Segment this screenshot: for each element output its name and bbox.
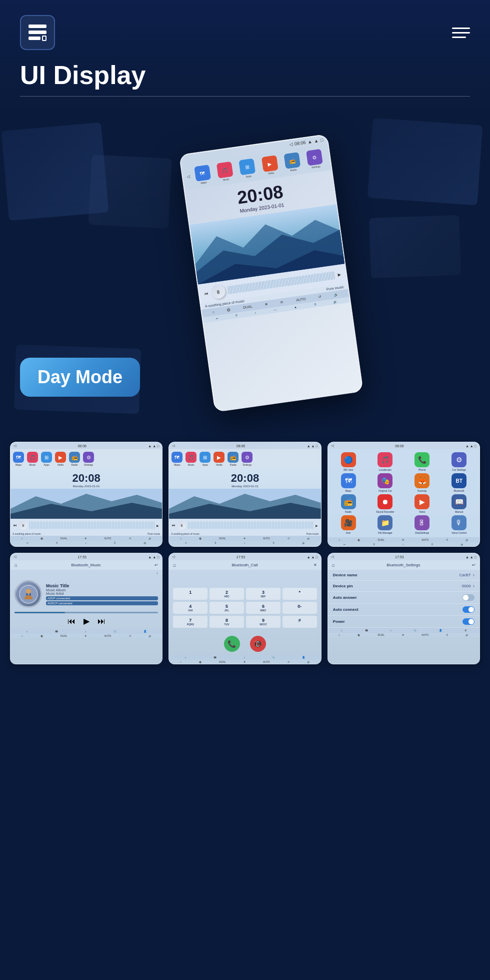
key-7[interactable]: 7PQRS xyxy=(173,616,208,628)
key-star[interactable]: * xyxy=(282,588,317,600)
app-music[interactable]: 🎵 Music xyxy=(216,162,234,182)
sc-app-radio-2[interactable]: 📻 Radio xyxy=(228,452,238,466)
sc-keypad: 1 2ABC 3DEF * 4GHI 5JKL 6MNO 0- 7PQRS 8T… xyxy=(169,585,320,633)
sc-app-maps-1[interactable]: 🗺 Maps xyxy=(13,452,24,466)
app-phone[interactable]: 📞 Phone xyxy=(404,452,440,471)
key-0-dash[interactable]: 0- xyxy=(282,602,317,614)
key-hash[interactable]: # xyxy=(282,616,317,628)
sc-app-settings-2[interactable]: ⚙ Settings xyxy=(242,452,252,466)
bts-auto-answer-row: Auto answer xyxy=(328,592,480,604)
sc-bottom-bar2-bts: ⌂⏻DUAL❄AUTO↺🔊 xyxy=(328,633,480,637)
key-2[interactable]: 2ABC xyxy=(210,588,244,600)
bt-play-btn[interactable]: ▶ xyxy=(84,616,90,626)
app-video-grid[interactable]: ▶ Video xyxy=(404,494,440,513)
key-9[interactable]: 9WXYZ xyxy=(246,616,280,628)
sc-app-music-2[interactable]: 🎵 Music xyxy=(186,452,196,466)
pause-button[interactable]: ⏸ xyxy=(210,284,226,300)
screen-card-bt-settings: ◁ 17:53 ▲ ▲ □ ⌂ Bluetooth_Settings ↩ Dev… xyxy=(328,553,480,664)
app-maps[interactable]: 🗺 Maps xyxy=(194,165,212,185)
album-art xyxy=(14,580,42,608)
key-1[interactable]: 1 xyxy=(173,588,208,600)
app-bluetooth-grid[interactable]: BT Bluetooth xyxy=(442,473,476,492)
app-kuwoop[interactable]: 🦊 Kuwoop xyxy=(404,473,440,492)
sc-bottom-bar2-btm: ⌂⏻DUAL❄AUTO↺🔊 xyxy=(10,634,162,638)
home-icon-call[interactable]: ⌂ xyxy=(173,562,176,568)
app-file-manager[interactable]: 📁 File Manager xyxy=(368,515,402,534)
sc-bottom-bt-settings: ⌂☎♪📎👤⚙ xyxy=(328,628,480,633)
sc-clock-2: 20:08 Monday 2023-01-01 xyxy=(169,469,320,489)
bt-prev-btn[interactable]: ⏮ xyxy=(68,617,76,626)
app-maps-grid[interactable]: 🗺 Maps xyxy=(331,473,366,492)
sc-status-bt-settings: ◁ 17:53 ▲ ▲ □ xyxy=(328,553,480,560)
app-vedio[interactable]: ▶ Vedio xyxy=(262,155,279,176)
svg-rect-1 xyxy=(28,31,46,34)
keypad-row-1: 1 2ABC 3DEF * xyxy=(173,588,316,600)
key-8[interactable]: 8TUV xyxy=(210,616,244,628)
screen-card-2: ◁ 08:06 ▲ ▲ □ 🗺 Maps 🎵 Music ⊞ A xyxy=(168,442,321,547)
app-manual[interactable]: 📖 Manual xyxy=(442,494,476,513)
app-apps[interactable]: ⊞ Apps xyxy=(239,158,256,179)
accept-call-button[interactable]: 📞 xyxy=(224,636,240,652)
decline-call-button[interactable]: 📵 xyxy=(250,636,266,652)
grid-section: ◁ 08:06 ▲ ▲ □ 🗺 Maps 🎵 Music ⊞ A xyxy=(0,432,490,680)
back-icon-bt[interactable]: ↩ xyxy=(154,563,158,567)
bt-music-controls: ⏮ ▶ ⏭ xyxy=(10,613,162,629)
svg-rect-0 xyxy=(28,25,46,28)
svg-rect-2 xyxy=(28,37,40,40)
menu-button[interactable] xyxy=(452,28,470,38)
app-radio[interactable]: 📻 Radio xyxy=(284,152,301,173)
app-sound-recorder[interactable]: ⏺ Sound Recorder xyxy=(368,494,402,513)
sc-music-2: ⏮ ⏸ ▶ xyxy=(169,519,320,532)
bt-music-note-icon: ♪ xyxy=(10,570,162,576)
app-settings[interactable]: ⚙ Settings xyxy=(306,149,324,170)
app-avin[interactable]: 🎥 Avin xyxy=(331,515,366,534)
home-icon-bt[interactable]: ⌂ xyxy=(14,562,18,568)
bts-device-name-row[interactable]: Device name CarBT › xyxy=(328,570,480,581)
chevron-icon-name: › xyxy=(473,572,474,578)
bts-auto-connect-row: Auto connect xyxy=(328,604,480,616)
app-disp-settings[interactable]: 🎚 DispSettings xyxy=(404,515,440,534)
key-6[interactable]: 6MNO xyxy=(246,602,280,614)
screen-card-bt-music: ◁ 17:53 ▲ ▲ □ ⌂ Bluetooth_Music ↩ ♪ xyxy=(10,553,162,664)
app-voice-control[interactable]: 🎙 Voice Control xyxy=(442,515,476,534)
sc-app-vedio-1[interactable]: ▶ Vedio xyxy=(55,452,66,466)
key-4[interactable]: 4GHI xyxy=(173,602,208,614)
grid-row-1: ◁ 08:06 ▲ ▲ □ 🗺 Maps 🎵 Music ⊞ A xyxy=(10,442,480,547)
sc-status-2: ◁ 08:06 ▲ ▲ □ xyxy=(169,442,320,449)
auto-answer-toggle[interactable] xyxy=(462,594,474,601)
back-icon-call[interactable]: ✕ xyxy=(314,563,317,567)
grid-row-2: ◁ 17:53 ▲ ▲ □ ⌂ Bluetooth_Music ↩ ♪ xyxy=(10,553,480,664)
key-5[interactable]: 5JKL xyxy=(210,602,244,614)
sc-bottom-bar2-2: ↩0♪0🔊 xyxy=(169,541,320,545)
sc-app-vedio-2[interactable]: ▶ Vedio xyxy=(214,452,224,466)
sc-app-grid: 🔵 360 view 🎵 Localmusic 📞 Phone ⚙ Car Se… xyxy=(328,449,480,537)
app-original-car[interactable]: 🎭 Original Car xyxy=(368,473,402,492)
home-icon-bts[interactable]: ⌂ xyxy=(332,562,335,568)
sc-pause-2[interactable]: ⏸ xyxy=(177,521,186,530)
sc-status-3: ◁ 08:06 ▲ ▲ □ xyxy=(328,442,480,449)
bt-next-btn[interactable]: ⏭ xyxy=(98,617,106,626)
app-localmusic[interactable]: 🎵 Localmusic xyxy=(368,452,402,471)
auto-connect-toggle[interactable] xyxy=(462,606,474,613)
sc-app-maps-2[interactable]: 🗺 Maps xyxy=(172,452,182,466)
bts-device-pin-row[interactable]: Device pin 0000 › xyxy=(328,581,480,592)
sc-app-radio-1[interactable]: 📻 Radio xyxy=(69,452,80,466)
sc-music-label-1: A soothing piece of music Pure music xyxy=(10,532,162,536)
app-360view[interactable]: 🔵 360 view xyxy=(331,452,366,471)
back-icon-bts[interactable]: ↩ xyxy=(472,563,476,567)
sc-app-music-1[interactable]: 🎵 Music xyxy=(27,452,38,466)
chevron-icon-pin: › xyxy=(473,583,474,589)
sc-app-apps-2[interactable]: ⊞ Apps xyxy=(200,452,210,466)
sc-app-settings-1[interactable]: ⚙ Settings xyxy=(83,452,94,466)
app-radio-grid[interactable]: 📻 Radio xyxy=(331,494,366,513)
screen-card-bt-call: ◁ 17:53 ▲ ▲ □ ⌂ Bluetooth_Call ✕ 1 2ABC … xyxy=(168,553,321,664)
sc-bt-music-header: ⌂ Bluetooth_Music ↩ xyxy=(10,560,162,570)
power-toggle[interactable] xyxy=(462,618,474,625)
call-action-buttons: 📞 📵 xyxy=(169,633,320,655)
sc-status-1: ◁ 08:06 ▲ ▲ □ xyxy=(10,442,162,449)
key-3[interactable]: 3DEF xyxy=(246,588,280,600)
sc-app-apps-1[interactable]: ⊞ Apps xyxy=(41,452,52,466)
app-car-settings[interactable]: ⚙ Car Settings xyxy=(442,452,476,471)
status-time: 08:06 xyxy=(294,140,306,147)
sc-pause-1[interactable]: ⏸ xyxy=(18,521,28,530)
